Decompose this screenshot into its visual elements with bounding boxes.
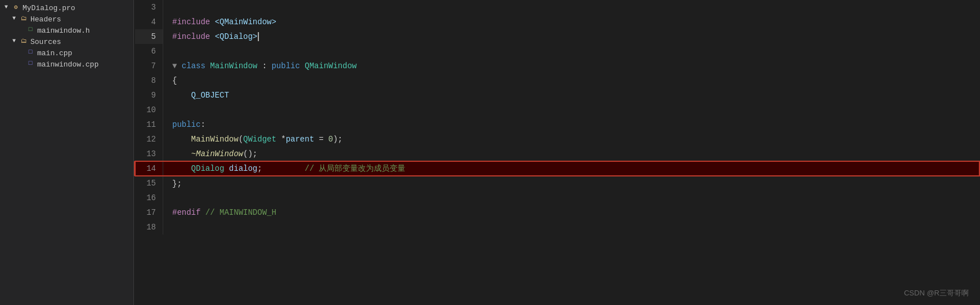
line-number: 5 — [135, 29, 163, 44]
line-content: }; — [163, 176, 980, 191]
line-content: QDialog dialog; // 从局部变量改为成员变量 — [163, 161, 980, 176]
line-content: ~MainWindow(); — [163, 147, 980, 161]
line-content — [163, 103, 980, 117]
mainwindow-cpp-label: mainwindow.cpp — [37, 60, 99, 69]
line-content — [163, 191, 980, 205]
project-icon: ⚙ — [11, 3, 20, 12]
header-file-icon: □ — [26, 26, 35, 35]
line-content — [163, 44, 980, 59]
table-row: 16 — [135, 191, 980, 205]
folder-icon: 🗂 — [19, 37, 28, 46]
sources-group[interactable]: ▼ 🗂 Sources — [0, 36, 133, 47]
mainwindow-h-item[interactable]: □ mainwindow.h — [0, 25, 133, 36]
line-content: MainWindow(QWidget *parent = 0); — [163, 132, 980, 147]
table-row: 15 }; — [135, 176, 980, 191]
mainwindow-h-label: mainwindow.h — [37, 26, 90, 35]
line-content: #include <QMainWindow> — [163, 15, 980, 29]
watermark: CSDN @R三哥哥啊 — [904, 288, 969, 298]
sources-label: Sources — [30, 38, 61, 46]
line-content: Q_OBJECT — [163, 88, 980, 103]
table-row: 13 ~MainWindow(); — [135, 147, 980, 161]
table-row: 17 #endif // MAINWINDOW_H — [135, 205, 980, 220]
headers-label: Headers — [30, 15, 61, 24]
line-number: 6 — [135, 44, 163, 59]
cpp-file-icon: □ — [26, 60, 35, 69]
file-tree: ▼ ⚙ MyDialog.pro ▼ 🗂 Headers □ mainwindo… — [0, 0, 134, 305]
line-number: 3 — [135, 0, 163, 15]
line-number: 15 — [135, 176, 163, 191]
chevron-down-icon: ▼ — [10, 15, 18, 23]
line-content: public: — [163, 117, 980, 132]
main-cpp-item[interactable]: □ main.cpp — [0, 47, 133, 59]
table-row: 6 — [135, 44, 980, 59]
code-table: 3 4 #include <QMainWindow> 5 #include <Q… — [134, 0, 980, 235]
table-row: 3 — [135, 0, 980, 15]
folder-icon: 🗂 — [19, 15, 28, 24]
table-row: 14 QDialog dialog; // 从局部变量改为成员变量 — [135, 161, 980, 176]
headers-group[interactable]: ▼ 🗂 Headers — [0, 14, 133, 25]
line-number: 11 — [135, 117, 163, 132]
table-row: 7 ▼ class MainWindow : public QMainWindo… — [135, 59, 980, 73]
line-content: #include <QDialog> — [163, 29, 980, 44]
chevron-down-icon: ▼ — [10, 38, 18, 46]
chevron-down-icon: ▼ — [2, 4, 10, 12]
line-content: { — [163, 73, 980, 88]
main-cpp-label: main.cpp — [37, 49, 72, 58]
line-number: 16 — [135, 191, 163, 205]
line-number: 4 — [135, 15, 163, 29]
table-row: 11 public: — [135, 117, 980, 132]
line-number: 12 — [135, 132, 163, 147]
table-row: 5 #include <QDialog> — [135, 29, 980, 44]
table-row: 18 — [135, 220, 980, 235]
line-number: 9 — [135, 88, 163, 103]
table-row: 9 Q_OBJECT — [135, 88, 980, 103]
line-content — [163, 220, 980, 235]
table-row: 10 — [135, 103, 980, 117]
line-number: 10 — [135, 103, 163, 117]
line-number: 14 — [135, 161, 163, 176]
line-number: 8 — [135, 73, 163, 88]
line-content: ▼ class MainWindow : public QMainWindow — [163, 59, 980, 73]
project-item[interactable]: ▼ ⚙ MyDialog.pro — [0, 2, 133, 14]
mainwindow-cpp-item[interactable]: □ mainwindow.cpp — [0, 59, 133, 70]
line-content: #endif // MAINWINDOW_H — [163, 205, 980, 220]
cpp-file-icon: □ — [26, 48, 35, 58]
table-row: 8 { — [135, 73, 980, 88]
code-editor[interactable]: 3 4 #include <QMainWindow> 5 #include <Q… — [134, 0, 980, 305]
line-number: 13 — [135, 147, 163, 161]
line-number: 18 — [135, 220, 163, 235]
line-number: 7 — [135, 59, 163, 73]
project-name: MyDialog.pro — [23, 4, 75, 12]
table-row: 4 #include <QMainWindow> — [135, 15, 980, 29]
line-content — [163, 0, 980, 15]
table-row: 12 MainWindow(QWidget *parent = 0); — [135, 132, 980, 147]
line-number: 17 — [135, 205, 163, 220]
